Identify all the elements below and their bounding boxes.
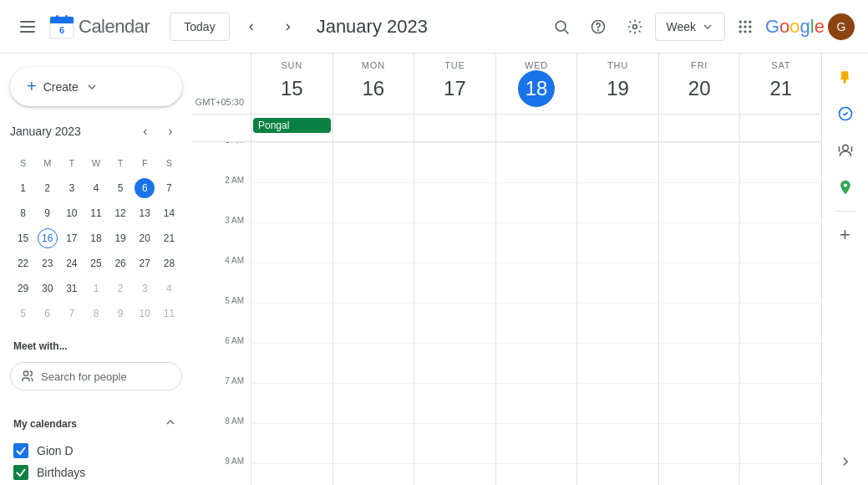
time-cell[interactable]: [739, 343, 821, 383]
day-header[interactable]: FRI 20: [658, 54, 740, 114]
mini-cal-day[interactable]: 7: [60, 302, 83, 325]
mini-prev-button[interactable]: ‹: [134, 120, 157, 143]
time-cell[interactable]: [495, 383, 577, 423]
day-header[interactable]: WED 18: [495, 54, 577, 114]
time-cell[interactable]: [739, 463, 821, 485]
time-cell[interactable]: [658, 263, 740, 303]
mini-cal-day[interactable]: 22: [12, 252, 34, 275]
time-cell[interactable]: [251, 222, 332, 263]
time-cell[interactable]: [414, 142, 495, 182]
mini-cal-day[interactable]: 29: [12, 277, 34, 300]
mini-cal-day[interactable]: 10: [60, 202, 83, 225]
mini-cal-day[interactable]: 17: [60, 227, 83, 250]
my-calendars-collapse[interactable]: [162, 414, 179, 433]
time-cell[interactable]: [332, 303, 414, 343]
time-cell[interactable]: [739, 383, 821, 423]
time-cell[interactable]: [332, 222, 414, 263]
time-cell[interactable]: [414, 423, 495, 463]
keep-button[interactable]: [829, 60, 862, 94]
time-cell[interactable]: [658, 463, 740, 485]
mini-cal-day[interactable]: 14: [158, 202, 180, 225]
time-cell[interactable]: [739, 142, 821, 182]
time-cell[interactable]: [332, 383, 414, 423]
apps-button[interactable]: [728, 10, 762, 43]
time-cell[interactable]: [658, 383, 740, 423]
time-cell[interactable]: [251, 423, 332, 463]
time-cell[interactable]: [576, 263, 658, 303]
time-cell[interactable]: [739, 263, 821, 303]
time-cell[interactable]: [414, 303, 495, 343]
settings-button[interactable]: [618, 10, 652, 43]
mini-cal-title[interactable]: January 2023: [10, 125, 81, 138]
day-of-month[interactable]: 16: [355, 70, 392, 107]
day-of-month[interactable]: 15: [273, 70, 310, 107]
time-cell[interactable]: [658, 142, 740, 182]
mini-cal-day[interactable]: 15: [12, 227, 34, 250]
day-of-month[interactable]: 17: [436, 70, 473, 107]
mini-cal-day[interactable]: 8: [12, 202, 34, 225]
mini-cal-day[interactable]: 6: [134, 176, 156, 200]
time-cell[interactable]: [495, 182, 577, 222]
create-button[interactable]: + Create: [10, 67, 182, 106]
mini-cal-day[interactable]: 28: [158, 252, 180, 275]
mini-cal-day[interactable]: 21: [158, 227, 180, 250]
time-cell[interactable]: [332, 343, 414, 383]
time-cell[interactable]: [414, 463, 495, 485]
search-people-input[interactable]: Search for people: [10, 362, 182, 391]
time-cell[interactable]: [414, 182, 495, 222]
mini-cal-day[interactable]: 11: [84, 202, 107, 225]
mini-cal-day[interactable]: 4: [84, 176, 107, 200]
pongal-event[interactable]: Pongal: [253, 118, 331, 133]
mini-cal-day[interactable]: 2: [109, 277, 132, 300]
mini-cal-day[interactable]: 5: [12, 302, 34, 325]
calendar-checkbox[interactable]: [13, 465, 28, 480]
time-cell[interactable]: [332, 142, 414, 182]
time-cell[interactable]: [414, 263, 495, 303]
time-cell[interactable]: [251, 383, 332, 423]
mini-cal-day[interactable]: 31: [60, 277, 83, 300]
time-cell[interactable]: [495, 142, 577, 182]
time-cell[interactable]: [739, 423, 821, 463]
mini-cal-day[interactable]: 1: [84, 277, 107, 300]
next-button[interactable]: ›: [273, 12, 303, 42]
time-cell[interactable]: [576, 463, 658, 485]
view-selector[interactable]: Week: [655, 13, 725, 41]
help-button[interactable]: [581, 10, 615, 43]
time-cell[interactable]: [332, 263, 414, 303]
time-cell[interactable]: [251, 343, 332, 383]
calendar-item[interactable]: Gion D: [10, 440, 182, 462]
mini-cal-day[interactable]: 1: [12, 176, 34, 200]
time-cell[interactable]: [576, 303, 658, 343]
mini-cal-day[interactable]: 9: [36, 202, 58, 225]
time-cell[interactable]: [251, 263, 332, 303]
mini-cal-day[interactable]: 4: [158, 277, 180, 300]
time-cell[interactable]: [658, 222, 740, 263]
mini-cal-day[interactable]: 26: [109, 252, 132, 275]
time-cell[interactable]: [739, 303, 821, 343]
mini-cal-day[interactable]: 13: [134, 202, 156, 225]
day-header[interactable]: SUN 15: [251, 54, 332, 114]
mini-cal-day[interactable]: 23: [36, 252, 58, 275]
time-cell[interactable]: [495, 303, 577, 343]
mini-cal-day[interactable]: 2: [36, 176, 58, 200]
tasks-button[interactable]: [829, 97, 862, 130]
day-of-month[interactable]: 18: [518, 70, 555, 107]
time-cell[interactable]: [332, 182, 414, 222]
time-cell[interactable]: [251, 303, 332, 343]
avatar[interactable]: G: [828, 13, 855, 40]
time-cell[interactable]: [658, 182, 740, 222]
scroll-area[interactable]: 1 AM2 AM3 AM4 AM5 AM6 AM7 AM8 AM9 AM10 A…: [192, 142, 821, 485]
time-cell[interactable]: [414, 383, 495, 423]
mini-cal-day[interactable]: 27: [134, 252, 156, 275]
day-header[interactable]: THU 19: [576, 54, 658, 114]
time-cell[interactable]: [739, 182, 821, 222]
day-header[interactable]: SAT 21: [739, 54, 821, 114]
time-cell[interactable]: [495, 343, 577, 383]
time-cell[interactable]: [576, 343, 658, 383]
time-cell[interactable]: [251, 142, 332, 182]
time-cell[interactable]: [739, 222, 821, 263]
time-cell[interactable]: [576, 182, 658, 222]
menu-button[interactable]: [13, 14, 42, 39]
day-of-month[interactable]: 19: [600, 70, 637, 107]
mini-cal-day[interactable]: 6: [36, 302, 58, 325]
